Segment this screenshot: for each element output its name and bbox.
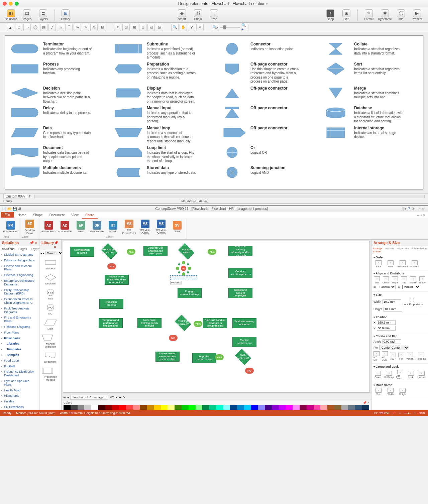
arrange-tab-format[interactable]: Format [384, 246, 395, 254]
library-shape-yes[interactable]: YESYES [43, 288, 58, 302]
solution-histograms[interactable]: Histograms [0, 393, 39, 399]
lock-proportions-checkbox[interactable] [403, 298, 421, 302]
color-swatches[interactable] [64, 405, 369, 410]
node-set-goals-and-performanc[interactable]: Set goals and performance expectations [99, 318, 123, 328]
back-button[interactable]: ◲ [156, 24, 163, 31]
node-new-position-required[interactable]: New position required [70, 247, 94, 257]
doc-min-icon[interactable]: – [417, 213, 419, 217]
lib-prev-icon[interactable]: ◂ [40, 252, 42, 255]
swatch[interactable] [209, 405, 216, 410]
swatch[interactable] [355, 405, 362, 410]
swatch[interactable] [175, 405, 182, 410]
page-last-icon[interactable]: ⏭ [119, 396, 122, 399]
swatch[interactable] [91, 405, 98, 410]
y-input[interactable] [377, 326, 396, 331]
window-title[interactable]: Design elements - Flowchart - Flowchart … [21, 1, 425, 6]
zoom-slider[interactable] [220, 27, 240, 28]
ribbon-ms-visio-vsdx-[interactable]: MSMS Visio (VSDX) [153, 219, 169, 235]
solution-divided-bar-diagrams[interactable]: Divided Bar Diagrams [0, 252, 39, 258]
angle-input[interactable] [383, 339, 401, 344]
ribbon-ms-powerpoint[interactable]: MSMS PowerPoint [121, 219, 137, 235]
page-add-icon[interactable]: ✕ [123, 396, 126, 399]
solution-education-infographics[interactable]: Education Infographics [0, 258, 39, 263]
layers-button[interactable]: ≣Layers [35, 9, 51, 21]
node-monitor-performance[interactable]: Monitor performance [232, 337, 256, 347]
order-row-back[interactable]: ▫Back [373, 260, 384, 268]
swatch[interactable] [341, 405, 348, 410]
crop-tool[interactable]: ⊡ [99, 24, 106, 31]
node-advertise-vacancy-intern[interactable]: Advertise vacancy internally and/or exte… [228, 246, 252, 256]
status-zoom-in[interactable]: + [414, 411, 416, 415]
h-scrollbar[interactable] [34, 195, 425, 198]
info-button[interactable]: ⓘInfo [393, 9, 409, 21]
arc-tool[interactable]: ⌒ [65, 24, 73, 31]
quick-save-icon[interactable]: 💾 [13, 207, 17, 211]
library-shape-process[interactable]: Process [43, 258, 58, 272]
diagram-canvas[interactable]: Process no New position requiredRecruit … [63, 241, 370, 393]
grouplock-row-lock[interactable]: ▫Lock [407, 371, 415, 378]
redo-button[interactable]: ⊡ [122, 24, 130, 31]
swatch[interactable] [147, 405, 154, 410]
align-row-left[interactable]: ▫Left [373, 276, 381, 284]
lib-next-icon[interactable]: ▸ [43, 252, 44, 255]
close-icon[interactable] [3, 2, 7, 6]
eyedrop-tool[interactable]: ⚲ [188, 24, 195, 31]
solution-event-driven-process-chain-diagrams-epc[interactable]: Event-driven Process Chain Diagrams EPC [0, 296, 39, 306]
spline-tool[interactable]: ∿ [74, 24, 81, 31]
swatch[interactable] [293, 405, 300, 410]
page-tab[interactable]: flowchart - HR manage... [70, 395, 108, 400]
swatch[interactable] [320, 405, 327, 410]
solution-electric-and-telecom-plans[interactable]: Electric and Telecom Plans [0, 263, 39, 273]
present-button[interactable]: ▶Present [409, 9, 425, 21]
doc-close-icon[interactable]: × [423, 213, 425, 217]
node-evaluate-training-outcom[interactable]: Evaluate training outcome [232, 318, 256, 328]
node-plan-and-conduct-individ[interactable]: Plan and conduct individual or group tra… [203, 318, 227, 328]
solutions-tab-solutions[interactable]: Solutions [0, 246, 16, 252]
node-employ-staff-[interactable]: Employ staff? [177, 245, 196, 258]
design-canvas[interactable]: TerminatorIndicates the beginning or end… [5, 35, 423, 190]
grouplock-row-edit-group[interactable]: ▫Edit Group [396, 370, 405, 379]
ungroup-button[interactable]: ⊟ [139, 24, 146, 31]
front-button[interactable]: ◱ [147, 24, 155, 31]
solution-sub-libraries[interactable]: Libraries [0, 341, 39, 347]
ellipse-tool[interactable]: ◯ [32, 24, 39, 31]
library-shape-no[interactable]: NONO [43, 303, 58, 317]
align-row-right[interactable]: ▫Right [392, 276, 399, 284]
solution-fault-tree-analysis-diagrams[interactable]: Fault Tree Analysis Diagrams [0, 306, 39, 315]
pen-tool[interactable]: ✎ [82, 24, 89, 31]
swatch[interactable] [84, 405, 91, 410]
node-skills-achieved-[interactable]: Skills achieved? [234, 350, 252, 364]
panel-pin-icon[interactable]: 📌 × [29, 241, 37, 245]
swatch[interactable] [258, 405, 265, 410]
rotflip-row-horizontal[interactable]: ▫Horizontal [416, 353, 426, 360]
library-dropdown[interactable]: Flowch... [45, 251, 64, 255]
swatch[interactable] [98, 405, 105, 410]
undo-button[interactable]: ↶ [114, 24, 121, 31]
dist-v-select[interactable]: Vertical [402, 285, 420, 289]
swatch[interactable] [133, 405, 140, 410]
swatch[interactable] [140, 405, 147, 410]
ribbon-graphic-file[interactable]: GRGraphic file [89, 219, 105, 235]
format-painter[interactable]: ✐ [196, 24, 204, 31]
node-appraise-performance[interactable]: Appraise performance [192, 353, 216, 363]
smart-button[interactable]: ◆Smart [174, 9, 190, 21]
align-row-center[interactable]: ▫Center [383, 276, 390, 284]
rotflip-row--ccw[interactable]: ▫90° CCW [382, 351, 388, 361]
ribbon-svg[interactable]: SVSVG [169, 219, 185, 235]
rotflip-row-vertical[interactable]: ▫Vertical [406, 353, 414, 360]
swatch[interactable] [265, 405, 272, 410]
swatch[interactable] [314, 405, 321, 410]
library-shape-decision[interactable]: Decision [43, 273, 58, 287]
zoom-icon[interactable] [15, 2, 19, 6]
swatch[interactable] [112, 405, 119, 410]
solution-sub-templates[interactable]: Templates [0, 347, 39, 352]
swatch[interactable] [161, 405, 168, 410]
chain-button[interactable]: ⛓Chain [190, 9, 206, 21]
solutions-tab-pages[interactable]: Pages [16, 246, 29, 252]
node-review-reward-strategies[interactable]: Review reward strategies and remuneratio… [155, 352, 180, 362]
solution-flowcharts[interactable]: Flowcharts [0, 336, 39, 341]
refresh-icon[interactable]: ⟳ [412, 207, 415, 211]
solution-health-food[interactable]: Health Food [0, 388, 39, 393]
node-consider-job-analysis-jo[interactable]: Consider Job analysis Job description [143, 246, 168, 256]
rotflip-row--[interactable]: ▫180 ° [390, 353, 396, 360]
